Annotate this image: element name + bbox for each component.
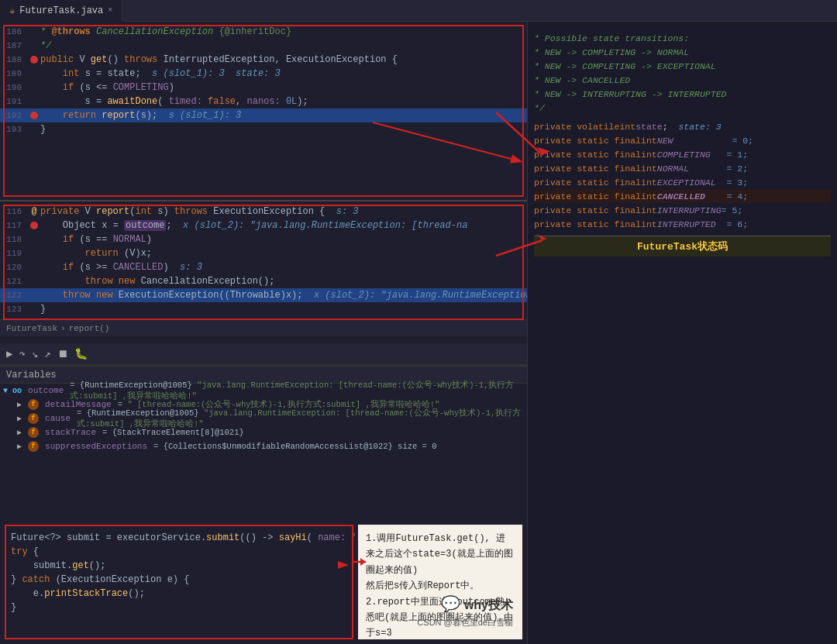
code-line-119: 119 return (V)x; — [0, 246, 527, 260]
var-row-cause[interactable]: ▶ f cause = {RuntimeException@1005} "jav… — [0, 412, 527, 425]
main-area: 186 * @throws CancellationException {@in… — [0, 22, 837, 644]
debug-toolbar: ▶ ↷ ↘ ↗ ⏹ 🐛 — [0, 343, 527, 365]
bottom-section: Future<?> submit = executorService.submi… — [0, 520, 527, 644]
rp-field-normal: private static final int NORMAL = 2; — [534, 161, 831, 175]
code-line-118: 118 if (s == NORMAL) — [0, 232, 527, 246]
right-panel-label: FutureTask状态码 — [534, 236, 831, 257]
code-line-121: 121 throw new CancellationException(); — [0, 274, 527, 288]
expand-triangle[interactable]: ▼ — [3, 387, 8, 395]
rp-comment-6: */ — [534, 101, 831, 115]
breadcrumb-item-futuretask: FutureTask — [6, 324, 57, 333]
rp-comment-5: * NEW -> INTERRUPTING -> INTERRUPTED — [534, 87, 831, 101]
breadcrumb: FutureTask › report() — [0, 319, 527, 336]
var-row-outcome[interactable]: ▼ oo outcome = {RuntimeException@1005} "… — [0, 384, 527, 398]
file-icon: ☕ — [9, 5, 15, 16]
rp-field-cancelled: private static final int CANCELLED = 4; — [534, 189, 831, 203]
annotation-line-1: 1.调用FutureTask.get(), 进来之后这个state=3(就是上面… — [366, 531, 515, 578]
tab-label: FutureTask.java — [19, 5, 103, 16]
code-line-188: 188 public V get() throws InterruptedExc… — [0, 53, 527, 67]
svg-line-1 — [373, 122, 520, 161]
annotation-box: 1.调用FutureTask.get(), 进来之后这个state=3(就是上面… — [358, 525, 522, 639]
expand-triangle-5[interactable]: ▶ — [17, 442, 22, 451]
watermark: 💬 why技术 CSDN @暮色里de白雪榆 — [417, 591, 513, 630]
debug-icon-5[interactable]: ⏹ — [57, 348, 68, 360]
watermark-brand-text: 💬 why技术 CSDN @暮色里de白雪榆 — [417, 591, 513, 630]
code-line-122: 122 throw new ExecutionException((Throwa… — [0, 288, 527, 302]
rp-comment-4: * NEW -> CANCELLED — [534, 73, 831, 87]
right-panel: * Possible state transitions: * NEW -> C… — [527, 22, 837, 644]
variables-label: Variables — [6, 370, 57, 381]
rp-comment-3: * NEW -> COMPLETING -> EXCEPTIONAL — [534, 59, 831, 73]
rp-field-new: private static final int NEW = 0; — [534, 133, 831, 147]
csdn-credit: CSDN @暮色里de白雪榆 — [417, 616, 513, 630]
rp-field-completing: private static final int COMPLETING = 1; — [534, 147, 831, 161]
expand-triangle-4[interactable]: ▶ — [17, 428, 22, 437]
tab-close-button[interactable]: × — [108, 6, 112, 15]
debug-area: Variables ▼ oo outcome = {RuntimeExcepti… — [0, 365, 527, 520]
code-line-186: 186 * @throws CancellationException {@in… — [0, 25, 527, 39]
rp-comment-1: * Possible state transitions: — [534, 31, 831, 45]
file-tab[interactable]: ☕ FutureTask.java × — [0, 0, 122, 22]
arrow-right — [338, 557, 353, 573]
code-line-190: 190 if (s <= COMPLETING) — [0, 81, 527, 95]
rp-field-interrupted: private static final int INTERRUPTED = 6… — [534, 217, 831, 231]
svg-marker-0 — [338, 561, 349, 569]
debug-icon-1[interactable]: ▶ — [6, 347, 12, 360]
bottom-code-block: Future<?> submit = executorService.submi… — [5, 525, 353, 639]
expand-triangle-2[interactable]: ▶ — [17, 400, 22, 409]
breadcrumb-item-report: report() — [69, 324, 110, 333]
code-line-120: 120 if (s >= CANCELLED) s: 3 — [0, 260, 527, 274]
code-line-191: 191 s = awaitDone( timed: false, nanos: … — [0, 95, 527, 108]
debug-icon-4[interactable]: ↗ — [44, 347, 50, 360]
arrow-overlay — [373, 115, 543, 208]
expand-triangle-3[interactable]: ▶ — [17, 414, 22, 423]
rp-comment-2: * NEW -> COMPLETING -> NORMAL — [534, 45, 831, 59]
rp-field-interrupting: private static final int INTERRUPTING = … — [534, 203, 831, 217]
rp-field-exceptional: private static final int EXCEPTIONAL = 3… — [534, 175, 831, 189]
code-line-117: 117 Object x = outcome; x (slot_2): "jav… — [0, 219, 527, 232]
code-line-187: 187 */ — [0, 39, 527, 53]
mid-code-section: 116 @ private V report(int s) throws Exe… — [0, 200, 527, 343]
var-row-suppressedexceptions[interactable]: ▶ f suppressedExceptions = {Collections$… — [0, 439, 527, 453]
brand-name: why技术 — [464, 598, 513, 611]
code-line-189: 189 int s = state; s (slot_1): 3 state: … — [0, 67, 527, 81]
code-line-123: 123 } — [0, 302, 527, 316]
debug-icon-3[interactable]: ↘ — [32, 347, 38, 360]
debug-icon-2[interactable]: ↷ — [19, 347, 25, 360]
rp-field-state: private volatile int state; state: 3 — [534, 119, 831, 133]
debug-icon-6[interactable]: 🐛 — [74, 347, 88, 360]
tab-bar: ☕ FutureTask.java × — [0, 0, 837, 22]
